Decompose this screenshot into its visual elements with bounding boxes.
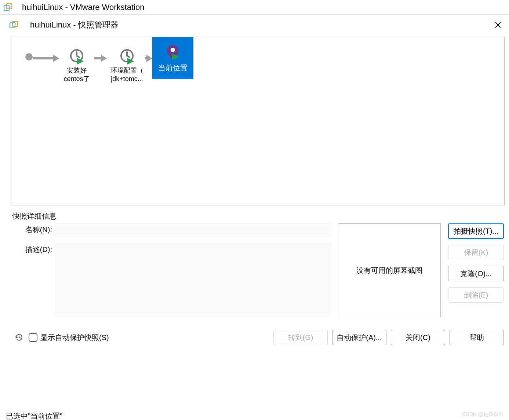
current-label: 当前位置 <box>158 63 188 73</box>
clock-play-icon <box>119 48 135 65</box>
name-label: 名称(N): <box>20 223 55 235</box>
name-field[interactable] <box>55 223 331 237</box>
current-location-node[interactable]: 当前位置 <box>152 37 193 79</box>
vmware-icon <box>9 20 19 30</box>
snapshot-label-2: jdk+tomc... <box>107 75 147 83</box>
checkbox-icon <box>29 333 37 342</box>
dialog-title: huihuiLinux - 快照管理器 <box>30 19 491 30</box>
dialog-body: 安装好 centos了 环境配置（ jdk+tomc... <box>7 33 509 420</box>
thumbnail-text: 没有可用的屏幕截图 <box>356 266 422 275</box>
fields-column: 名称(N): 描述(D): <box>20 223 331 323</box>
close-button[interactable] <box>491 18 505 32</box>
goto-button: 转到(G) <box>273 330 328 345</box>
dialog-titlebar[interactable]: huihuiLinux - 快照管理器 <box>7 17 509 33</box>
desc-label: 描述(D): <box>20 243 55 255</box>
name-row: 名称(N): <box>20 223 331 237</box>
checkbox-label: 显示自动保护快照(S) <box>40 333 109 343</box>
take-snapshot-button[interactable]: 拍摄快照(T)... <box>448 223 504 239</box>
watermark: CSDN @是辉辉啦 <box>462 411 504 418</box>
tree-row: 安装好 centos了 环境配置（ jdk+tomc... <box>25 47 193 84</box>
app-title: huihuiLinux - VMware Workstation <box>22 3 144 12</box>
screenshot-thumbnail: 没有可用的屏幕截图 <box>338 223 441 317</box>
keep-button: 保留(K) <box>448 245 504 260</box>
arrow-icon <box>33 55 59 62</box>
arrow-icon <box>145 55 152 62</box>
delete-button: 删除(E) <box>448 287 504 303</box>
side-buttons: 拍摄快照(T)... 保留(K) 克隆(O)... 删除(E) <box>448 223 504 303</box>
close-dialog-button[interactable]: 关闭(C) <box>391 330 445 345</box>
snapshot-node[interactable]: 环境配置（ jdk+tomc... <box>107 47 147 84</box>
location-play-icon <box>165 43 181 61</box>
snapshot-tree[interactable]: 安装好 centos了 环境配置（ jdk+tomc... <box>11 37 505 205</box>
snapshot-manager-dialog: huihuiLinux - 快照管理器 安装好 <box>7 17 509 420</box>
app-titlebar: huihuiLinux - VMware Workstation <box>0 0 509 15</box>
svg-point-6 <box>171 48 175 52</box>
clock-play-icon <box>68 48 85 65</box>
details-grid: 名称(N): 描述(D): 没有可用的屏幕截图 拍摄快照(T)... 保留(K)… <box>7 223 509 325</box>
help-button[interactable]: 帮助 <box>450 330 504 345</box>
snapshot-label-2: centos了 <box>59 75 94 83</box>
vmware-icon <box>3 2 13 12</box>
details-section-label: 快照详细信息 <box>12 211 509 221</box>
snapshot-label: 环境配置（ <box>107 66 147 75</box>
desc-row: 描述(D): <box>20 243 331 317</box>
description-field[interactable] <box>55 243 331 317</box>
bottom-bar: 显示自动保护快照(S) 转到(G) 自动保护(A)... 关闭(C) 帮助 <box>7 325 509 352</box>
snapshot-label: 安装好 <box>59 66 94 75</box>
show-autoprotect-checkbox[interactable]: 显示自动保护快照(S) <box>29 333 109 343</box>
autoprotect-button[interactable]: 自动保护(A)... <box>332 330 386 345</box>
history-icon[interactable] <box>14 332 24 343</box>
arrow-icon <box>94 55 107 62</box>
snapshot-node[interactable]: 安装好 centos了 <box>59 47 94 84</box>
root-node-icon[interactable] <box>25 53 33 61</box>
clone-button[interactable]: 克隆(O)... <box>448 266 504 281</box>
status-text: 已选中"当前位置" <box>6 411 62 420</box>
